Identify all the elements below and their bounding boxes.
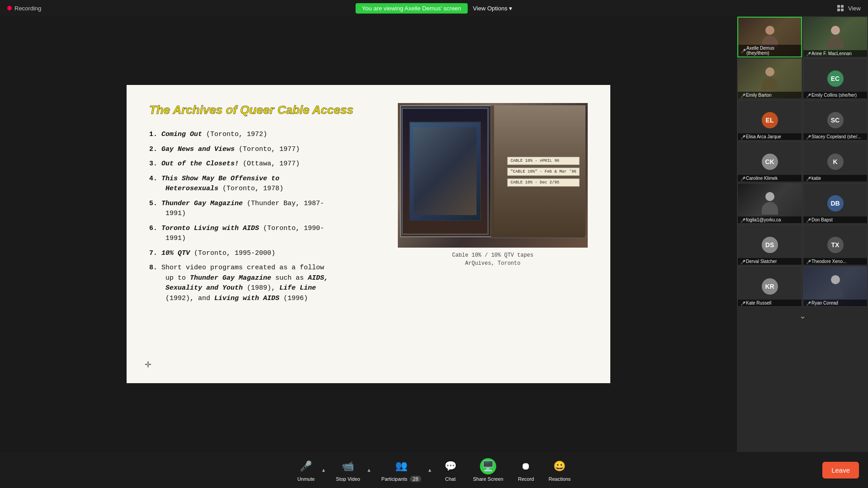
list-item: 3. Out of the Closets! (Ottawa, 1977): [149, 159, 384, 169]
participant-row: KR 🎤 Kate Russell 🎤 Ryan Conrad: [737, 266, 868, 307]
viewing-badge: You are viewing Axelle Demus' screen: [356, 3, 468, 14]
avatar: SC: [827, 112, 844, 128]
participant-tile: DS 🎤 Derval Slatcher: [737, 225, 802, 265]
list-item: 5. Thunder Gay Magazine (Thunder Bay, 19…: [149, 199, 384, 219]
view-options-button[interactable]: View Options: [473, 5, 512, 12]
participant-name-bar: 🎤 Stacey Copeland (she/...: [803, 133, 867, 140]
mic-muted-icon: 🎤: [806, 301, 810, 305]
slide-content: The Archives of Queer Cable Access 1. Co…: [127, 85, 610, 383]
list-item: 6. Toronto Living with AIDS (Toronto, 19…: [149, 224, 384, 244]
participants-arrow[interactable]: ▲: [426, 467, 433, 473]
avatar: CK: [762, 154, 778, 170]
participant-name: Elisa Arca Jarque: [746, 134, 781, 139]
participant-tile: 🎤 Anne F. MacLennan: [803, 17, 868, 57]
participant-name: Anne F. MacLennan: [811, 51, 852, 56]
participant-name: Kate Russell: [746, 300, 771, 305]
participant-name-bar: 🎤 Axelle Demus (they/them): [738, 45, 801, 56]
participant-tile: KR 🎤 Kate Russell: [737, 266, 802, 307]
share-screen-label: Share Screen: [473, 476, 503, 482]
top-bar-center: You are viewing Axelle Demus' screen Vie…: [356, 3, 513, 14]
mic-muted-icon: 🎤: [741, 94, 744, 97]
participant-name: foglia1@yorku.ca: [746, 217, 781, 222]
screen-share-area: The Archives of Queer Cable Access 1. Co…: [0, 16, 737, 452]
participant-row: 🎤 Axelle Demus (they/them) 🎤 Anne F. Mac…: [737, 16, 868, 58]
mic-muted-icon: 🎤: [806, 94, 810, 97]
unmute-button[interactable]: 🎤 Unmute: [292, 456, 321, 483]
cursor-indicator: ✛: [145, 360, 151, 370]
participant-tile: SC 🎤 Stacey Copeland (she/...: [803, 100, 868, 141]
mic-muted-icon: 🎤: [741, 49, 745, 52]
participant-name: Caroline Klimek: [746, 176, 778, 181]
share-screen-button[interactable]: 🖥️ Share Screen: [467, 456, 509, 483]
reactions-button[interactable]: 😀 Reactions: [543, 456, 576, 483]
slide-title: The Archives of Queer Cable Access: [149, 103, 384, 117]
participant-name-bar: 🎤 Derval Slatcher: [738, 258, 802, 265]
participant-row: 🎤 Emily Barton EC 🎤 Emily Collins (she/h…: [737, 58, 868, 99]
slide-list: 1. Coming Out (Toronto, 1972) 2. Gay New…: [149, 130, 384, 304]
avatar: EL: [762, 112, 778, 128]
participant-name-bar: 🎤 Elisa Arca Jarque: [738, 133, 802, 140]
participant-name-bar: 🎤 Kate Russell: [738, 300, 802, 306]
participants-button[interactable]: 👥 Participants 28: [376, 456, 427, 484]
avatar: K: [827, 154, 844, 170]
avatar: DB: [827, 195, 844, 211]
stop-video-label: Stop Video: [336, 476, 360, 482]
participant-name-bar: 🎤 foglia1@yorku.ca: [738, 216, 802, 223]
share-screen-icon: 🖥️: [480, 458, 496, 474]
mic-muted-icon: 🎤: [806, 135, 810, 139]
tape-label: CABLE 10% - APRIL 96: [507, 157, 580, 165]
participant-tile: TX 🎤 Theodore Xeno...: [803, 225, 868, 265]
chat-button[interactable]: 💬 Chat: [437, 456, 464, 483]
participant-row: DS 🎤 Derval Slatcher TX 🎤 Theodore Xeno.…: [737, 224, 868, 266]
unmute-group: 🎤 Unmute ▲: [292, 456, 327, 483]
main-area: The Archives of Queer Cable Access 1. Co…: [0, 16, 868, 452]
participant-name: Ryan Conrad: [811, 300, 838, 305]
mic-muted-icon: 🎤: [741, 301, 744, 305]
recording-label: Recording: [14, 5, 41, 12]
participant-name: Derval Slatcher: [746, 259, 777, 264]
view-label: View: [848, 5, 861, 12]
participant-name: Stacey Copeland (she/...: [811, 134, 861, 139]
avatar: EC: [827, 70, 844, 87]
participant-name: Emily Barton: [746, 93, 772, 98]
participant-name-bar: 🎤 Anne F. MacLennan: [803, 50, 867, 57]
tape-label: "CABLE 10%" - Feb & Mar '96: [507, 168, 580, 176]
participants-count: 28: [410, 476, 421, 482]
mic-muted-icon: 🎤: [741, 177, 744, 180]
top-bar: Recording You are viewing Axelle Demus' …: [0, 0, 868, 16]
participant-tile: DB 🎤 Don Bapst: [803, 183, 868, 224]
stop-video-button[interactable]: 📹 Stop Video: [330, 456, 366, 483]
chevron-down-icon: [509, 5, 512, 12]
participant-name: Emily Collins (she/her): [811, 93, 857, 98]
participant-row: 🎤 foglia1@yorku.ca DB 🎤 Don Bapst: [737, 183, 868, 224]
leave-button[interactable]: Leave: [822, 462, 859, 479]
participant-name-bar: 🎤 Ryan Conrad: [803, 300, 867, 306]
top-bar-left: Recording: [7, 5, 41, 12]
mic-muted-icon: 🎤: [806, 218, 810, 222]
slide-image: CABLE 10% - APRIL 96 "CABLE 10%" - Feb &…: [398, 103, 588, 248]
mic-muted-icon: 🎤: [806, 52, 810, 56]
recording-indicator: Recording: [7, 5, 41, 12]
list-item: 8. Short video programs created as a fol…: [149, 263, 384, 304]
unmute-arrow[interactable]: ▲: [320, 467, 327, 473]
record-label: Record: [518, 476, 534, 482]
camera-icon: 📹: [340, 458, 356, 474]
list-item: 4. This Show May Be Offensive to Heteros…: [149, 174, 384, 194]
participant-tile: 🎤 Ryan Conrad: [803, 266, 868, 307]
participant-name-bar: 🎤 katie: [803, 175, 867, 182]
participants-icon: 👥: [393, 458, 409, 474]
stop-video-group: 📹 Stop Video ▲: [330, 456, 373, 483]
unmute-label: Unmute: [297, 476, 315, 482]
slide-right: CABLE 10% - APRIL 96 "CABLE 10%" - Feb &…: [398, 103, 588, 365]
participant-name-bar: 🎤 Emily Collins (she/her): [803, 92, 867, 99]
participant-tile: 🎤 Axelle Demus (they/them): [737, 17, 802, 57]
stop-video-arrow[interactable]: ▲: [366, 467, 373, 473]
bottom-right: Leave: [822, 462, 859, 479]
participant-tile: EL 🎤 Elisa Arca Jarque: [737, 100, 802, 141]
avatar: TX: [827, 237, 844, 253]
scroll-down-button[interactable]: ⌄: [737, 307, 868, 324]
grid-icon: [837, 5, 844, 11]
chevron-down-icon: ⌄: [799, 311, 806, 321]
record-button[interactable]: ⏺ Record: [512, 456, 539, 483]
participant-tile: CK 🎤 Caroline Klimek: [737, 141, 802, 182]
